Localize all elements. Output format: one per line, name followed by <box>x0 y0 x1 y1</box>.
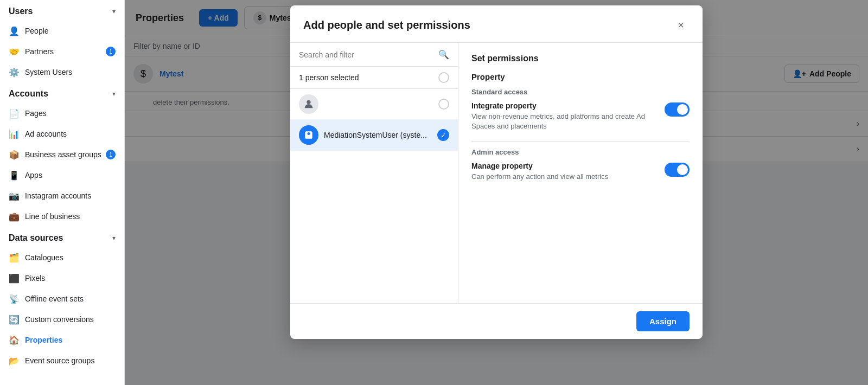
accounts-section-title: Accounts <box>9 89 48 99</box>
properties-icon: 🏠 <box>9 335 20 345</box>
permissions-divider <box>471 141 690 142</box>
pages-icon: 📄 <box>9 108 20 119</box>
sidebar-item-properties[interactable]: 🏠 Properties <box>0 330 124 350</box>
sidebar-item-label: Pages <box>25 109 47 118</box>
sidebar-item-people[interactable]: 👤 People <box>0 21 124 41</box>
partners-badge: 1 <box>106 47 116 56</box>
sidebar-item-catalogues[interactable]: 🗂️ Catalogues <box>0 247 124 268</box>
business-asset-groups-badge: 1 <box>106 150 116 159</box>
partners-icon: 🤝 <box>9 46 20 57</box>
modal-overlay: Add people and set permissions × 🔍 1 per… <box>125 0 868 385</box>
instagram-accounts-icon: 📷 <box>9 190 20 201</box>
sidebar-item-ad-accounts[interactable]: 📊 Ad accounts <box>0 124 124 144</box>
manage-property-desc: Can perform any action and view all metr… <box>471 172 608 182</box>
datasources-chevron-icon: ▾ <box>112 234 116 242</box>
integrate-property-text: Integrate property View non-revenue metr… <box>471 101 658 131</box>
search-input[interactable] <box>299 50 434 59</box>
search-icon: 🔍 <box>438 49 449 60</box>
set-permissions-label: Set permissions <box>471 54 690 63</box>
sidebar-item-label: System Users <box>25 68 72 76</box>
modal-title: Add people and set permissions <box>303 19 470 31</box>
integrate-property-toggle[interactable] <box>665 102 690 117</box>
user-row-1[interactable] <box>290 89 458 120</box>
user-name-2: MediationSystemUser (syste... <box>324 131 432 139</box>
sidebar-item-label: Properties <box>25 336 62 344</box>
system-users-icon: ⚙️ <box>9 67 20 78</box>
people-icon: 👤 <box>9 25 20 36</box>
sidebar-item-label: Instagram accounts <box>25 191 91 200</box>
line-of-business-icon: 💼 <box>9 211 20 222</box>
integrate-property-slider <box>665 102 690 117</box>
catalogues-icon: 🗂️ <box>9 252 20 263</box>
sidebar-item-label: Offline event sets <box>25 294 84 303</box>
user-check-2[interactable]: ✓ <box>437 129 449 141</box>
custom-conversions-icon: 🔄 <box>9 314 20 325</box>
sidebar-item-pixels[interactable]: ⬛ Pixels <box>0 268 124 288</box>
property-label: Property <box>471 72 690 81</box>
sidebar-item-offline-event-sets[interactable]: 📡 Offline event sets <box>0 288 124 309</box>
user-radio-1[interactable] <box>438 99 449 110</box>
sidebar-item-label: Partners <box>25 47 54 56</box>
sidebar-item-label: Business asset groups <box>25 150 101 159</box>
sidebar-item-label: Event source groups <box>25 356 94 365</box>
svg-point-2 <box>308 132 310 135</box>
modal-left-panel: 🔍 1 person selected <box>290 43 458 303</box>
sidebar: Users ▾ 👤 People 🤝 Partners 1 ⚙️ System … <box>0 0 125 385</box>
offline-event-sets-icon: 📡 <box>9 293 20 304</box>
assign-button[interactable]: Assign <box>636 311 690 331</box>
sidebar-item-business-asset-groups[interactable]: 📦 Business asset groups 1 <box>0 144 124 165</box>
modal-body: 🔍 1 person selected <box>290 43 703 303</box>
manage-property-title: Manage property <box>471 162 608 170</box>
users-section-title: Users <box>9 7 33 16</box>
pixels-icon: ⬛ <box>9 273 20 284</box>
sidebar-item-partners[interactable]: 🤝 Partners 1 <box>0 41 124 62</box>
sidebar-item-instagram-accounts[interactable]: 📷 Instagram accounts <box>0 185 124 206</box>
sidebar-item-pages[interactable]: 📄 Pages <box>0 103 124 124</box>
manage-property-toggle[interactable] <box>665 163 690 177</box>
sidebar-item-label: Line of business <box>25 212 80 221</box>
selected-count-row: 1 person selected <box>290 67 458 89</box>
sidebar-item-label: Pixels <box>25 274 45 283</box>
admin-access-label: Admin access <box>471 148 690 156</box>
sidebar-item-label: Custom conversions <box>25 315 94 324</box>
sidebar-item-event-source-groups[interactable]: 📂 Event source groups <box>0 350 124 371</box>
accounts-chevron-icon: ▾ <box>112 90 116 98</box>
sidebar-item-line-of-business[interactable]: 💼 Line of business <box>0 206 124 227</box>
modal-footer: Assign <box>290 303 703 339</box>
user-row-2[interactable]: MediationSystemUser (syste... ✓ <box>290 120 458 151</box>
user-avatar-2 <box>299 125 318 145</box>
datasources-section-title: Data sources <box>9 233 63 243</box>
standard-access-label: Standard access <box>471 88 690 96</box>
svg-point-0 <box>307 100 310 104</box>
datasources-section-header[interactable]: Data sources ▾ <box>0 227 124 247</box>
accounts-section-header[interactable]: Accounts ▾ <box>0 82 124 103</box>
manage-property-text: Manage property Can perform any action a… <box>471 162 608 182</box>
sidebar-item-apps[interactable]: 📱 Apps <box>0 165 124 185</box>
modal-right-panel: Set permissions Property Standard access… <box>458 43 703 303</box>
user-avatar-1 <box>299 94 318 114</box>
event-source-groups-icon: 📂 <box>9 355 20 366</box>
select-all-radio[interactable] <box>438 72 449 83</box>
users-section-header[interactable]: Users ▾ <box>0 0 124 21</box>
manage-property-item: Manage property Can perform any action a… <box>471 162 690 182</box>
modal: Add people and set permissions × 🔍 1 per… <box>290 5 703 339</box>
sidebar-item-label: People <box>25 27 49 35</box>
integrate-property-desc: View non-revenue metrics, add platforms … <box>471 112 658 131</box>
integrate-property-title: Integrate property <box>471 101 658 110</box>
sidebar-item-label: Apps <box>25 171 42 179</box>
sidebar-item-label: Catalogues <box>25 253 63 262</box>
selected-count-label: 1 person selected <box>299 73 359 82</box>
modal-close-button[interactable]: × <box>672 16 690 34</box>
main-content: Properties + Add $ Mytest Filter by name… <box>125 0 868 385</box>
manage-property-slider <box>665 163 690 177</box>
ad-accounts-icon: 📊 <box>9 129 20 139</box>
apps-icon: 📱 <box>9 170 20 181</box>
modal-header: Add people and set permissions × <box>290 5 703 43</box>
sidebar-item-system-users[interactable]: ⚙️ System Users <box>0 62 124 82</box>
business-asset-groups-icon: 📦 <box>9 149 20 160</box>
integrate-property-item: Integrate property View non-revenue metr… <box>471 101 690 131</box>
search-box: 🔍 <box>290 43 458 67</box>
sidebar-item-label: Ad accounts <box>25 130 67 138</box>
sidebar-item-custom-conversions[interactable]: 🔄 Custom conversions <box>0 309 124 330</box>
users-chevron-icon: ▾ <box>112 8 116 15</box>
